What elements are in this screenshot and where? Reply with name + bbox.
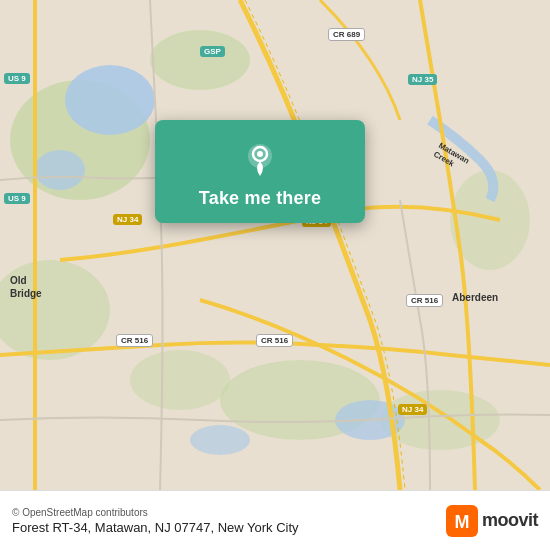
aberdeen-label: Aberdeen bbox=[452, 292, 498, 303]
cr516-shield-2: CR 516 bbox=[256, 334, 293, 347]
nj34-shield-1: NJ 34 bbox=[113, 214, 142, 225]
us9-shield-2: US 9 bbox=[4, 193, 30, 204]
svg-point-5 bbox=[130, 350, 230, 410]
gsp-shield: GSP bbox=[200, 46, 225, 57]
nj35-shield: NJ 35 bbox=[408, 74, 437, 85]
svg-point-11 bbox=[190, 425, 250, 455]
moovit-logo: M moovit bbox=[446, 505, 538, 537]
map-view: US 9 US 9 GSP NJ 35 NJ 34 NJ 34 NJ 34 CR… bbox=[0, 0, 550, 490]
cr689-shield: CR 689 bbox=[328, 28, 365, 41]
svg-text:M: M bbox=[454, 512, 469, 532]
location-text: Forest RT-34, Matawan, NJ 07747, New Yor… bbox=[12, 520, 299, 535]
location-info: © OpenStreetMap contributors Forest RT-3… bbox=[12, 507, 299, 535]
us9-shield-1: US 9 bbox=[4, 73, 30, 84]
cr516-shield-1: CR 516 bbox=[116, 334, 153, 347]
svg-point-14 bbox=[257, 151, 263, 157]
location-popup[interactable]: Take me there bbox=[155, 120, 365, 223]
nj34-shield-3: NJ 34 bbox=[398, 404, 427, 415]
svg-point-8 bbox=[65, 65, 155, 135]
svg-point-9 bbox=[35, 150, 85, 190]
location-pin-icon bbox=[240, 138, 280, 178]
svg-point-2 bbox=[150, 30, 250, 90]
cr516-shield-3: CR 516 bbox=[406, 294, 443, 307]
map-svg bbox=[0, 0, 550, 490]
take-me-there-button[interactable]: Take me there bbox=[199, 188, 321, 209]
moovit-text: moovit bbox=[482, 510, 538, 531]
old-bridge-label: OldBridge bbox=[10, 274, 42, 300]
moovit-icon: M bbox=[446, 505, 478, 537]
osm-credit: © OpenStreetMap contributors bbox=[12, 507, 299, 518]
bottom-bar: © OpenStreetMap contributors Forest RT-3… bbox=[0, 490, 550, 550]
